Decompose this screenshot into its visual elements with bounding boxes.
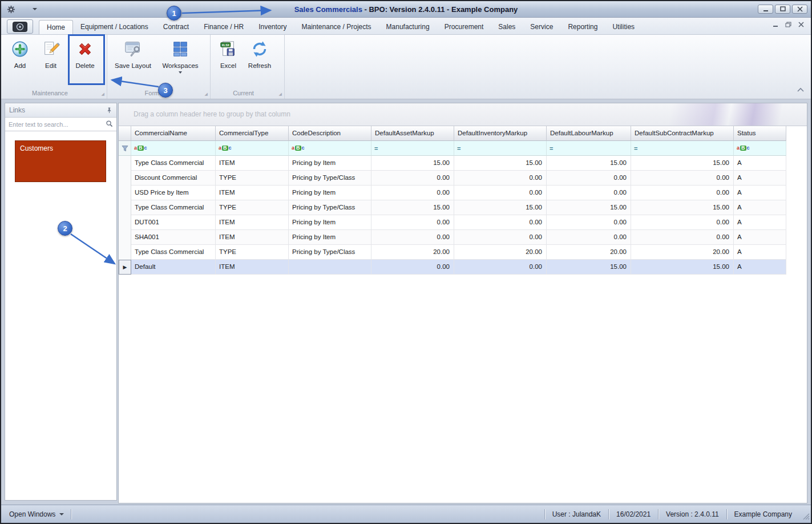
tab-sales[interactable]: Sales: [491, 20, 523, 34]
row-indicator[interactable]: [119, 156, 131, 171]
minimize-button[interactable]: [758, 5, 773, 14]
column-header-commercialtype[interactable]: CommercialType: [216, 126, 289, 141]
column-header-defaultinventorymarkup[interactable]: DefaultInventoryMarkup: [454, 126, 547, 141]
mdi-minimize-button[interactable]: [773, 19, 778, 30]
mdi-close-button[interactable]: [798, 19, 804, 30]
excel-button[interactable]: XLSXExcel: [215, 37, 241, 69]
grid-row-7[interactable]: Type Class CommercialTYPEPricing by Type…: [119, 245, 807, 260]
cell-commercialname[interactable]: Type Class Commercial: [131, 200, 216, 215]
search-input[interactable]: [9, 121, 106, 128]
tab-service[interactable]: Service: [523, 20, 560, 34]
filter-cell-commercialname[interactable]: aBc: [131, 141, 216, 156]
cell-status[interactable]: A: [734, 171, 786, 186]
cell-defaultassetmarkup[interactable]: 20.00: [371, 245, 454, 260]
quick-access-caret-icon[interactable]: [33, 8, 37, 10]
filter-cell-defaultsubcontractmarkup[interactable]: =: [631, 141, 734, 156]
filter-cell-defaultassetmarkup[interactable]: =: [371, 141, 454, 156]
grid-row-8[interactable]: ▶DefaultITEM0.000.0015.0015.00A: [119, 260, 807, 275]
cell-commercialtype[interactable]: ITEM: [216, 186, 289, 200]
cell-status[interactable]: A: [734, 260, 786, 275]
focused-row-indicator[interactable]: ▶: [119, 260, 131, 275]
open-windows-button[interactable]: Open Windows: [3, 510, 70, 518]
cell-defaultsubcontractmarkup[interactable]: 15.00: [631, 156, 734, 171]
cell-defaultsubcontractmarkup[interactable]: 15.00: [631, 200, 734, 215]
filter-cell-codedescription[interactable]: aBc: [289, 141, 371, 156]
cell-defaultsubcontractmarkup[interactable]: 0.00: [631, 230, 734, 245]
cell-defaultassetmarkup[interactable]: 0.00: [371, 171, 454, 186]
cell-defaultsubcontractmarkup[interactable]: 0.00: [631, 171, 734, 186]
cell-defaultassetmarkup[interactable]: 15.00: [371, 156, 454, 171]
cell-commercialname[interactable]: SHA001: [131, 230, 216, 245]
tab-manufacturing[interactable]: Manufacturing: [379, 20, 437, 34]
cell-commercialtype[interactable]: ITEM: [216, 156, 289, 171]
cell-status[interactable]: A: [734, 200, 786, 215]
cell-defaultinventorymarkup[interactable]: 0.00: [454, 260, 547, 275]
grid-row-6[interactable]: SHA001ITEMPricing by Item0.000.000.000.0…: [119, 230, 807, 245]
dialog-launcher-icon[interactable]: ◢: [102, 92, 104, 96]
app-gear-icon[interactable]: [7, 5, 15, 14]
row-indicator[interactable]: [119, 230, 131, 245]
cell-defaultinventorymarkup[interactable]: 0.00: [454, 186, 547, 200]
cell-defaultassetmarkup[interactable]: 0.00: [371, 215, 454, 230]
cell-status[interactable]: A: [734, 245, 786, 260]
cell-status[interactable]: A: [734, 186, 786, 200]
cell-codedescription[interactable]: [289, 260, 371, 275]
tab-reporting[interactable]: Reporting: [560, 20, 605, 34]
grid-row-2[interactable]: Discount CommercialTYPEPricing by Type/C…: [119, 171, 807, 186]
tab-finance-hr[interactable]: Finance / HR: [196, 20, 251, 34]
cell-defaultlabourmarkup[interactable]: 0.00: [547, 215, 631, 230]
cell-codedescription[interactable]: Pricing by Item: [289, 215, 371, 230]
cell-defaultassetmarkup[interactable]: 0.00: [371, 230, 454, 245]
cell-defaultsubcontractmarkup[interactable]: 15.00: [631, 260, 734, 275]
cell-defaultlabourmarkup[interactable]: 0.00: [547, 230, 631, 245]
cell-commercialname[interactable]: Type Class Commercial: [131, 245, 216, 260]
tab-home[interactable]: Home: [39, 20, 73, 34]
cell-defaultassetmarkup[interactable]: 0.00: [371, 260, 454, 275]
tab-maintenance-projects[interactable]: Maintenance / Projects: [294, 20, 379, 34]
row-indicator[interactable]: [119, 245, 131, 260]
tab-equipment-locations[interactable]: Equipment / Locations: [73, 20, 156, 34]
cell-status[interactable]: A: [734, 156, 786, 171]
cell-commercialtype[interactable]: ITEM: [216, 260, 289, 275]
cell-defaultlabourmarkup[interactable]: 15.00: [547, 200, 631, 215]
cell-commercialtype[interactable]: ITEM: [216, 215, 289, 230]
grid-row-3[interactable]: USD Price by ItemITEMPricing by Item0.00…: [119, 186, 807, 200]
cell-defaultinventorymarkup[interactable]: 15.00: [454, 156, 547, 171]
cell-commercialtype[interactable]: ITEM: [216, 230, 289, 245]
cell-status[interactable]: A: [734, 230, 786, 245]
application-menu-button[interactable]: [7, 19, 33, 34]
cell-codedescription[interactable]: Pricing by Type/Class: [289, 200, 371, 215]
cell-defaultlabourmarkup[interactable]: 0.00: [547, 186, 631, 200]
cell-defaultlabourmarkup[interactable]: 15.00: [547, 260, 631, 275]
tab-utilities[interactable]: Utilities: [605, 20, 642, 34]
cell-defaultsubcontractmarkup[interactable]: 20.00: [631, 245, 734, 260]
cell-defaultinventorymarkup[interactable]: 0.00: [454, 230, 547, 245]
cell-defaultinventorymarkup[interactable]: 15.00: [454, 200, 547, 215]
cell-defaultinventorymarkup[interactable]: 0.00: [454, 215, 547, 230]
tab-contract[interactable]: Contract: [156, 20, 196, 34]
edit-button[interactable]: Edit: [37, 37, 65, 69]
collapse-ribbon-icon[interactable]: [797, 84, 804, 94]
grid-row-4[interactable]: Type Class CommercialTYPEPricing by Type…: [119, 200, 807, 215]
group-by-panel[interactable]: Drag a column header here to group by th…: [119, 103, 807, 126]
column-header-codedescription[interactable]: CodeDescription: [289, 126, 371, 141]
cell-defaultsubcontractmarkup[interactable]: 0.00: [631, 215, 734, 230]
row-indicator[interactable]: [119, 200, 131, 215]
row-indicator[interactable]: [119, 171, 131, 186]
cell-defaultinventorymarkup[interactable]: 0.00: [454, 171, 547, 186]
filter-cell-status[interactable]: aBc: [734, 141, 786, 156]
grid-row-5[interactable]: DUT001ITEMPricing by Item0.000.000.000.0…: [119, 215, 807, 230]
column-header-defaultassetmarkup[interactable]: DefaultAssetMarkup: [371, 126, 454, 141]
cell-commercialname[interactable]: DUT001: [131, 215, 216, 230]
cell-defaultinventorymarkup[interactable]: 20.00: [454, 245, 547, 260]
save-layout-button[interactable]: Save Layout: [112, 37, 154, 74]
cell-commercialname[interactable]: Default: [131, 260, 216, 275]
cell-codedescription[interactable]: Pricing by Type/Class: [289, 245, 371, 260]
mdi-restore-button[interactable]: [785, 19, 791, 30]
column-header-commercialname[interactable]: CommercialName: [131, 126, 216, 141]
cell-defaultassetmarkup[interactable]: 15.00: [371, 200, 454, 215]
cell-codedescription[interactable]: Pricing by Item: [289, 156, 371, 171]
filter-cell-defaultlabourmarkup[interactable]: =: [547, 141, 631, 156]
cell-defaultlabourmarkup[interactable]: 20.00: [547, 245, 631, 260]
cell-codedescription[interactable]: Pricing by Item: [289, 186, 371, 200]
